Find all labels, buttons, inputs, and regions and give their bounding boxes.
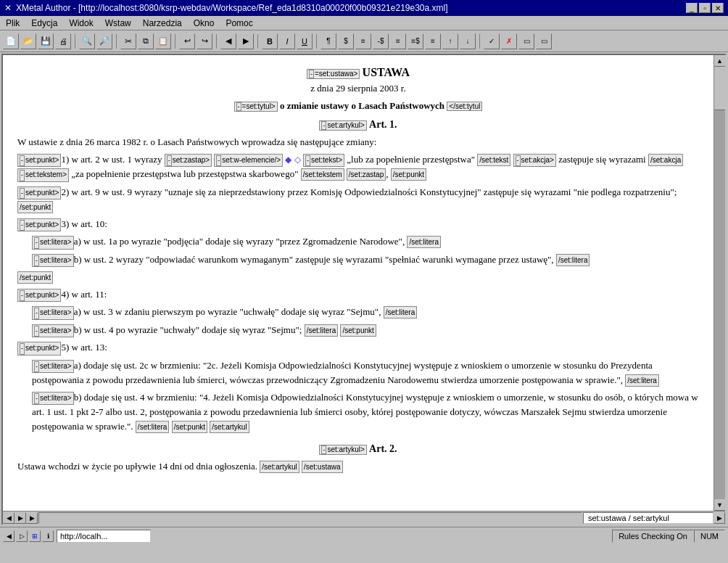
menu-bar: Plik Edycja Widok Wstaw Narzedzia Okno P… bbox=[0, 16, 728, 30]
menu-plik[interactable]: Plik bbox=[0, 17, 25, 30]
back-button[interactable]: ◀ bbox=[220, 33, 236, 49]
item-1: -set:punkt>1) w art. 2 w ust. 1 wyrazy -… bbox=[17, 152, 699, 182]
menu-narzedzia[interactable]: Narzedzia bbox=[137, 17, 188, 30]
tag-tekst-close-1: /set:tekst bbox=[477, 154, 510, 166]
law-title: o zmianie ustawy o Lasach Państwowych bbox=[280, 100, 444, 111]
scroll-extra-button[interactable]: ▶ bbox=[26, 512, 38, 524]
new-button[interactable]: 📄 bbox=[3, 33, 19, 49]
title-text: XMetal Author - [http://localhost:8080/k… bbox=[16, 3, 448, 13]
btn3[interactable]: ≡ bbox=[355, 33, 371, 49]
art2-body: Ustawa wchodzi w życie po upływie 14 dni… bbox=[17, 459, 699, 474]
redo-button[interactable]: ↪ bbox=[197, 33, 212, 49]
btn6[interactable]: ≡$ bbox=[408, 33, 423, 49]
tag-artykul-open-1: -set:artykul> bbox=[319, 120, 366, 131]
btn1[interactable]: ¶ bbox=[320, 33, 336, 49]
menu-wstaw[interactable]: Wstaw bbox=[99, 17, 137, 30]
check-button[interactable]: ✓ bbox=[484, 33, 500, 49]
separator-6 bbox=[316, 34, 317, 49]
btn8[interactable]: ↑ bbox=[442, 33, 458, 49]
item-3-header: -set:punkt>3) w art. 10: bbox=[17, 217, 699, 232]
tag-litera-close-4a: /set:litera bbox=[384, 306, 418, 319]
italic-button[interactable]: I bbox=[279, 33, 295, 49]
vertical-scrollbar[interactable]: ▲ ▼ bbox=[713, 55, 725, 511]
item-4a: -set:litera>a) w ust. 3 w zdaniu pierwsz… bbox=[32, 305, 699, 320]
print-button[interactable]: 🖨 bbox=[55, 33, 71, 49]
tag-tytul-close: </set:tytul bbox=[447, 102, 482, 111]
undo-button[interactable]: ↩ bbox=[179, 33, 195, 49]
item-4b: -set:litera>b) w ust. 4 po wyrazie "uchw… bbox=[32, 323, 699, 338]
tag-artykul-open-2: -set:artykul> bbox=[319, 445, 366, 455]
tag-punkt-close-2: /set:punkt bbox=[17, 201, 53, 213]
tag-ustawa-close: /set:ustawa bbox=[302, 461, 343, 473]
art2-title: Art. 2. bbox=[369, 443, 397, 454]
tag-punkt-close-5: /set:punkt bbox=[172, 421, 207, 433]
scrollbar-thumb[interactable] bbox=[714, 67, 726, 110]
bold-button[interactable]: B bbox=[262, 33, 278, 49]
validate-button[interactable]: ✗ bbox=[501, 33, 517, 49]
close-button[interactable]: ✕ bbox=[712, 3, 724, 13]
nav-btn-4[interactable]: ℹ bbox=[42, 530, 54, 542]
cut-button[interactable]: ✂ bbox=[120, 33, 136, 49]
scroll-up-button[interactable]: ▲ bbox=[714, 55, 726, 67]
bottom-nav-area: ◀ ▷ ⊞ ℹ bbox=[0, 527, 57, 545]
rules-checking-status: Rules Checking On bbox=[612, 530, 694, 543]
forward-button[interactable]: ▶ bbox=[238, 33, 254, 49]
item-2: -set:punkt>2) w art. 9 w ust. 9 wyrazy "… bbox=[17, 185, 699, 214]
btn7[interactable]: ≡ bbox=[425, 33, 441, 49]
scroll-down-button[interactable]: ▼ bbox=[714, 499, 726, 511]
menu-widok[interactable]: Widok bbox=[63, 17, 99, 30]
art1-title: Art. 1. bbox=[369, 119, 397, 130]
open-button[interactable]: 📂 bbox=[20, 33, 36, 49]
nav-btn-2[interactable]: ▷ bbox=[16, 530, 28, 542]
diamond-2: ◇ bbox=[294, 155, 301, 165]
tag-punkt-close-3: /set:punkt bbox=[17, 271, 53, 284]
menu-edycja[interactable]: Edycja bbox=[25, 17, 63, 30]
tag-tytul-open: -=set:tytul> bbox=[234, 102, 278, 112]
content-area[interactable]: -=set:ustawa> USTAWA z dnia 29 sierpnia … bbox=[3, 55, 713, 511]
menu-pomoc[interactable]: Pomoc bbox=[220, 17, 258, 30]
ustawa-header: -=set:ustawa> USTAWA bbox=[17, 66, 699, 79]
paste-button[interactable]: 📋 bbox=[155, 33, 171, 49]
tb-extra1[interactable]: ▭ bbox=[518, 33, 534, 49]
tag-akcja-1: -set:akcja> bbox=[513, 154, 556, 168]
underline-button[interactable]: U bbox=[297, 33, 313, 49]
item-4-header: -set:punkt>4) w art. 11: bbox=[17, 287, 699, 303]
tag-litera-3a: -set:litera> bbox=[32, 236, 74, 250]
btn5[interactable]: ≡ bbox=[390, 33, 406, 49]
restore-button[interactable]: ▫ bbox=[699, 3, 711, 13]
tag-litera-close-4b: /set:litera bbox=[305, 324, 339, 337]
save-button[interactable]: 💾 bbox=[38, 33, 54, 49]
nav-btn-3[interactable]: ⊞ bbox=[29, 530, 41, 542]
btn9[interactable]: ↓ bbox=[460, 33, 476, 49]
btn4[interactable]: -$ bbox=[373, 33, 389, 49]
date-line: z dnia 29 sierpnia 2003 r. bbox=[17, 83, 699, 94]
diamond-1: ◆ bbox=[285, 155, 291, 165]
btn2[interactable]: $ bbox=[338, 33, 354, 49]
separator-4 bbox=[216, 34, 217, 49]
tag-litera-5a: -set:litera> bbox=[32, 360, 74, 374]
tag-zastap-1: -set:zastap> bbox=[165, 154, 212, 168]
menu-okno[interactable]: Okno bbox=[188, 17, 220, 30]
nav-btn-1[interactable]: ◀ bbox=[3, 530, 15, 542]
tag-tekstem-close-1: /set:tekstem bbox=[301, 168, 344, 181]
tag-tekst-1: -set:tekst> bbox=[303, 154, 344, 168]
scrollbar-track[interactable] bbox=[714, 67, 726, 499]
tag-zastap-close-1: /set:zastap bbox=[347, 168, 386, 181]
tb-extra2[interactable]: ▭ bbox=[536, 33, 552, 49]
scroll-right-button[interactable]: ▶ bbox=[15, 512, 26, 524]
art2-header: -set:artykul> Art. 2. bbox=[17, 443, 699, 455]
art1-header: -set:artykul> Art. 1. bbox=[17, 119, 699, 131]
tag-artykul-close-2: /set:artykul bbox=[260, 461, 299, 473]
tag-litera-close-3a: /set:litera bbox=[407, 236, 441, 248]
find-button[interactable]: 🔍 bbox=[79, 33, 95, 49]
copy-button[interactable]: ⧉ bbox=[138, 33, 154, 49]
minimize-button[interactable]: _ bbox=[686, 3, 698, 13]
horizontal-scrollbar-track[interactable] bbox=[38, 512, 582, 524]
item-5a: -set:litera>a) dodaje się ust. 2c w brzm… bbox=[32, 358, 699, 387]
scroll-left-button[interactable]: ◀ bbox=[3, 512, 15, 524]
tag-punkt-5: -set:punkt> bbox=[17, 342, 61, 356]
scroll-right2-button[interactable]: ▶ bbox=[713, 512, 725, 524]
item-3b: -set:litera>b) w ust. 2 wyrazy "odpowiad… bbox=[32, 252, 699, 268]
num-status: NUM bbox=[694, 530, 725, 543]
find2-button[interactable]: 🔎 bbox=[96, 33, 112, 49]
